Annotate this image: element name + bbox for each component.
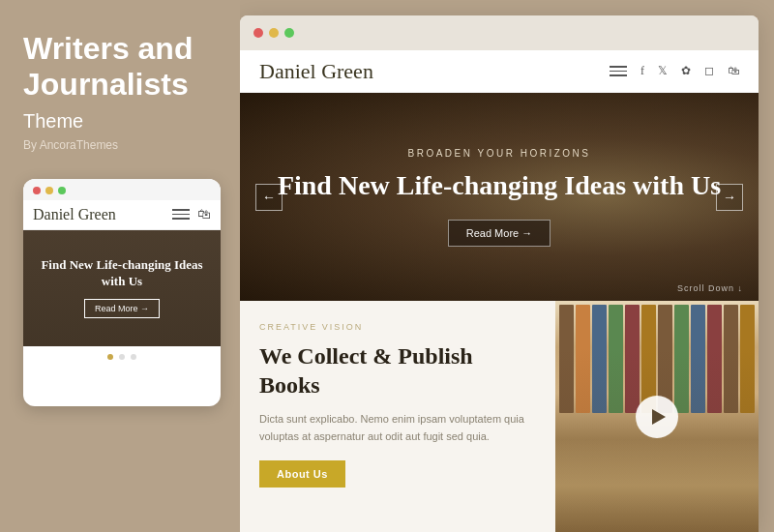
mobile-read-more-button[interactable]: Read More → xyxy=(84,299,160,318)
main-title: Writers and Journalists xyxy=(23,31,217,103)
mobile-hero: Find New Life-changing Ideas with Us Rea… xyxy=(23,230,221,346)
section-heading: We Collect & Publish Books xyxy=(259,341,536,399)
facebook-icon[interactable]: f xyxy=(640,64,644,78)
mobile-nav: Daniel Green 🛍 xyxy=(23,200,221,230)
hero-title: Find New Life-changing Ideas with Us xyxy=(278,168,721,202)
dot-indicator-2 xyxy=(131,354,136,360)
theme-subtitle: Theme xyxy=(23,110,217,133)
lower-right-media xyxy=(555,301,759,532)
lower-section: CREATIVE VISION We Collect & Publish Boo… xyxy=(240,301,759,532)
play-triangle-icon xyxy=(652,409,666,425)
about-us-button[interactable]: About Us xyxy=(259,460,345,488)
browser-mockup: Daniel Green f 𝕏 ✿ ◻ 🛍 ← BROADEN YOUR HO… xyxy=(240,15,759,532)
desktop-cart-icon[interactable]: 🛍 xyxy=(728,64,739,78)
dot-indicator-1 xyxy=(119,354,125,360)
desktop-logo: Daniel Green xyxy=(259,59,373,84)
browser-dot-yellow[interactable] xyxy=(269,28,279,38)
hero-section: ← BROADEN YOUR HORIZONS Find New Life-ch… xyxy=(240,93,759,301)
lower-right-image xyxy=(555,301,759,532)
mobile-menu-icon[interactable] xyxy=(172,209,190,220)
mobile-dot-yellow xyxy=(45,187,53,194)
mobile-nav-icons: 🛍 xyxy=(172,207,211,222)
twitter-icon[interactable]: 𝕏 xyxy=(658,64,668,78)
mobile-cart-icon[interactable]: 🛍 xyxy=(197,207,211,222)
dot-indicator-active xyxy=(107,354,113,360)
mobile-mockup: Daniel Green 🛍 Find New Life-changing Id… xyxy=(23,179,221,406)
browser-content: Daniel Green f 𝕏 ✿ ◻ 🛍 ← BROADEN YOUR HO… xyxy=(240,50,759,532)
lower-left-content: CREATIVE VISION We Collect & Publish Boo… xyxy=(240,301,555,532)
pinterest-icon[interactable]: ✿ xyxy=(681,64,691,78)
creative-vision-label: CREATIVE VISION xyxy=(259,322,536,332)
browser-dot-green[interactable] xyxy=(284,28,294,38)
mobile-hero-content: Find New Life-changing Ideas with Us Rea… xyxy=(35,257,209,318)
author-credit: By AncoraThemes xyxy=(23,138,217,152)
mobile-dot-green xyxy=(58,187,66,194)
desktop-nav: Daniel Green f 𝕏 ✿ ◻ 🛍 xyxy=(240,50,759,93)
hero-read-more-button[interactable]: Read More → xyxy=(448,220,551,247)
section-description: Dicta sunt explicabo. Nemo enim ipsam vo… xyxy=(259,411,536,445)
hero-tagline: BROADEN YOUR HORIZONS xyxy=(278,148,721,159)
left-panel: Writers and Journalists Theme By AncoraT… xyxy=(0,0,240,532)
instagram-icon[interactable]: ◻ xyxy=(704,64,714,78)
portrait-overlay xyxy=(555,347,759,532)
browser-dot-red[interactable] xyxy=(253,28,263,38)
mobile-bottom-bar xyxy=(23,346,221,368)
mobile-dot-red xyxy=(33,187,41,194)
video-play-button[interactable] xyxy=(636,396,678,438)
mobile-hero-title: Find New Life-changing Ideas with Us xyxy=(35,257,209,290)
scroll-down-label: Scroll Down ↓ xyxy=(677,283,743,293)
browser-bar xyxy=(240,15,759,50)
mobile-traffic-lights xyxy=(23,179,221,200)
hero-content: BROADEN YOUR HORIZONS Find New Life-chan… xyxy=(278,148,721,247)
desktop-nav-icons: f 𝕏 ✿ ◻ 🛍 xyxy=(610,64,739,78)
desktop-menu-icon[interactable] xyxy=(610,66,627,76)
mobile-logo: Daniel Green xyxy=(33,206,116,223)
